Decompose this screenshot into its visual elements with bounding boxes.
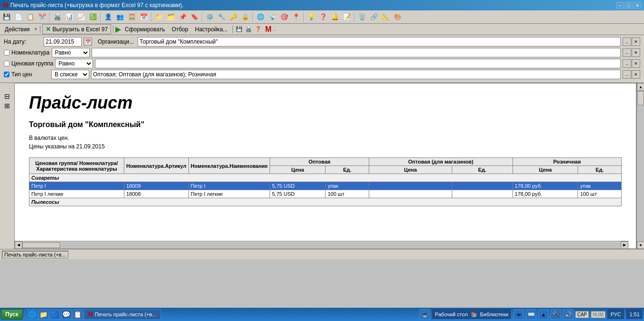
toolbar-btn-17[interactable]: ⚙️: [204, 11, 215, 23]
menu-separator-3: [233, 26, 233, 33]
filter-button[interactable]: Отбор: [169, 25, 191, 34]
taskbar-icon-ie[interactable]: 🌐: [27, 309, 37, 320]
price-group-clear-button[interactable]: ✕: [632, 59, 640, 68]
toolbar-btn-22[interactable]: 📡: [267, 11, 278, 23]
scroll-right-button[interactable]: ▶: [621, 241, 628, 249]
toolbar-btn-27[interactable]: 🔔: [329, 11, 341, 23]
price-group-dots-button[interactable]: ...: [623, 59, 631, 68]
table-row[interactable]: Петр I легкие 18008 Петр I легкие 5,75 U…: [29, 190, 622, 198]
toolbar-btn-12[interactable]: 📅: [138, 11, 149, 23]
collapse-icon[interactable]: ⊟: [4, 92, 10, 100]
toolbar-btn-29[interactable]: 🗑️: [356, 11, 368, 23]
close-button[interactable]: ✕: [634, 2, 641, 9]
scroll-left-button[interactable]: ◀: [15, 241, 22, 249]
toolbar-btn-2[interactable]: 📄: [13, 11, 24, 23]
toolbar-btn-23[interactable]: 🎯: [279, 11, 290, 23]
toolbar-btn-15[interactable]: 📌: [177, 11, 188, 23]
toolbar-btn-19[interactable]: 🔑: [228, 11, 239, 23]
toolbar-btn-7[interactable]: 📈: [75, 11, 87, 23]
excel-export-button[interactable]: ✕ Выгрузить в Excel 97: [42, 24, 111, 34]
price-group-row: Ценовая группа Равно ... ✕: [4, 59, 640, 68]
volume-icon[interactable]: 🔊: [563, 309, 573, 320]
toolbar-btn-20[interactable]: 🔒: [240, 11, 251, 23]
expand-icon[interactable]: ⊞: [4, 102, 10, 110]
date-input[interactable]: [44, 37, 82, 46]
taskbar-icon-app1[interactable]: 🔵: [50, 309, 60, 320]
taskbar-window-button[interactable]: M Печать прайс-листа (+в...: [84, 309, 161, 320]
toolbar-btn-24[interactable]: 📍: [290, 11, 302, 23]
row-retail-price: 178,00 руб.: [513, 182, 578, 190]
print-icon-btn[interactable]: 🖨️: [244, 25, 253, 34]
price-group-value-input[interactable]: [95, 59, 621, 68]
toolbar-btn-30[interactable]: 🔗: [368, 11, 380, 23]
bottom-scrollbar: ◀ ▶: [15, 241, 628, 248]
nomenklatura-select[interactable]: Равно: [52, 48, 90, 57]
minimize-button[interactable]: −: [616, 2, 624, 9]
table-row[interactable]: Петр I 18009 Петр I 5,75 USD упак 178,00…: [29, 182, 622, 190]
status-window-label[interactable]: Печать прайс-листа (+в...: [2, 251, 68, 258]
toolbar-btn-13[interactable]: 📁: [153, 11, 165, 23]
help-icon-btn[interactable]: ❓: [254, 25, 262, 34]
settings-button[interactable]: Настройка...: [192, 25, 231, 34]
toolbar-btn-11[interactable]: 🧮: [126, 11, 138, 23]
org-dots-button[interactable]: ...: [623, 37, 631, 46]
keyboard-icon[interactable]: ⌨️: [526, 309, 536, 320]
scroll-up-button[interactable]: ▲: [637, 83, 644, 91]
scroll-thumb[interactable]: [22, 242, 60, 248]
left-panel: ⊟ ⊞: [0, 83, 14, 249]
org-clear-button[interactable]: ✕: [632, 37, 640, 46]
price-group-checkbox[interactable]: [4, 61, 9, 66]
toolbar-btn-18[interactable]: 🔧: [216, 11, 227, 23]
toolbar-btn-8[interactable]: 💹: [87, 11, 99, 23]
num-indicator: NUM: [591, 311, 606, 318]
toolbar-btn-28[interactable]: 📝: [341, 11, 353, 23]
toolbar-btn-4[interactable]: ✂️: [37, 11, 48, 23]
toolbar-btn-9[interactable]: 👤: [103, 11, 114, 23]
toolbar-btn-21[interactable]: 🌐: [255, 11, 266, 23]
toolbar-btn-25[interactable]: 💡: [306, 11, 317, 23]
table-row[interactable]: Пылесосы: [29, 198, 622, 206]
nomenklatura-checkbox[interactable]: [4, 50, 9, 55]
toolbar-btn-3[interactable]: 📋: [25, 11, 36, 23]
toolbar-btn-31[interactable]: 📐: [380, 11, 392, 23]
taskbar-icon-app3[interactable]: 📋: [73, 309, 83, 320]
price-type-row: Тип цен В списке ... ✕: [4, 70, 640, 79]
taskbar-icon-app2[interactable]: 💬: [61, 309, 72, 320]
price-type-dots-button[interactable]: ...: [623, 70, 631, 79]
arrow-up-icon[interactable]: ▲: [538, 309, 549, 320]
toolbar-btn-14[interactable]: 🗂️: [165, 11, 177, 23]
toolbar-btn-6[interactable]: 📊: [64, 11, 75, 23]
maximize-button[interactable]: □: [625, 2, 633, 9]
price-type-clear-button[interactable]: ✕: [632, 70, 640, 79]
nomenklatura-value-input[interactable]: [92, 48, 621, 57]
org-input[interactable]: [138, 37, 621, 46]
app-icon: M: [3, 1, 9, 9]
toolbar-separator-7: [354, 12, 355, 22]
more-apps-button[interactable]: ≫: [513, 309, 524, 320]
nomenklatura-clear-button[interactable]: ✕: [632, 48, 640, 57]
price-type-checkbox[interactable]: [4, 72, 9, 77]
calendar-button[interactable]: 📅: [84, 37, 92, 46]
taskbar-icon-folder[interactable]: 📁: [38, 309, 49, 320]
price-type-value-input[interactable]: [91, 70, 621, 79]
actions-menu[interactable]: Действия: [2, 25, 33, 34]
menu-separator-1: [40, 26, 40, 33]
scroll-down-button[interactable]: ▼: [637, 241, 644, 249]
toolbar-btn-26[interactable]: ❓: [317, 11, 329, 23]
scroll-thumb-vertical[interactable]: [637, 91, 644, 105]
toolbar-btn-32[interactable]: 🎨: [392, 11, 403, 23]
toolbar-btn-10[interactable]: 👥: [114, 11, 126, 23]
taskbar-right-icon1[interactable]: 🖥️: [420, 309, 430, 320]
table-row[interactable]: Сигареты: [29, 174, 622, 182]
disk-icon-btn[interactable]: 💾: [235, 25, 243, 34]
network-icon[interactable]: 🔌: [551, 309, 561, 320]
toolbar-btn-16[interactable]: 🔖: [189, 11, 200, 23]
price-group-select[interactable]: Равно: [55, 59, 93, 68]
toolbar-btn-1[interactable]: 💾: [1, 11, 12, 23]
start-button[interactable]: Пуск: [1, 309, 23, 320]
price-type-select[interactable]: В списке: [51, 70, 89, 79]
toolbar-btn-5[interactable]: 🖨️: [52, 11, 63, 23]
clock-tray: 1:51: [626, 309, 643, 320]
form-button[interactable]: Сформировать: [122, 25, 168, 34]
nomenklatura-dots-button[interactable]: ...: [623, 48, 631, 57]
